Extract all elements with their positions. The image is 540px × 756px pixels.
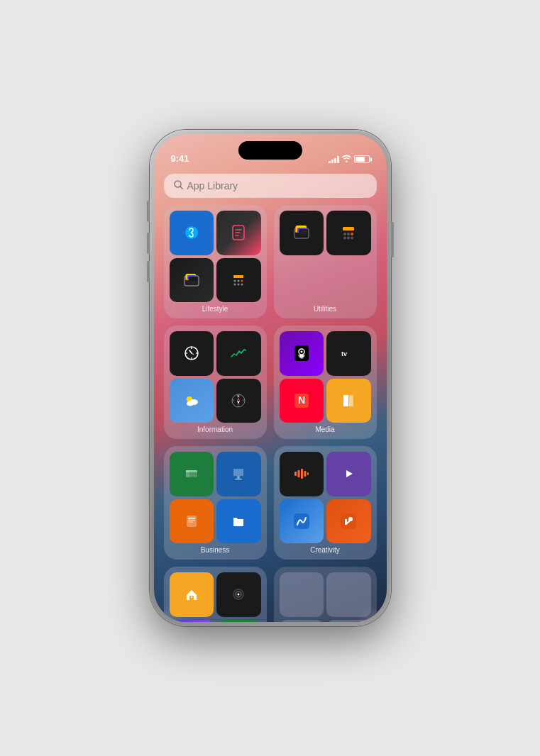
- svg-point-23: [343, 233, 346, 235]
- svg-text:S: S: [238, 404, 240, 407]
- svg-rect-73: [304, 471, 306, 477]
- app-icon-freeform[interactable]: [280, 499, 324, 544]
- svg-rect-72: [301, 469, 303, 479]
- phone-screen: 9:41: [154, 134, 387, 622]
- svg-point-15: [241, 283, 243, 285]
- app-icon-stocks[interactable]: [216, 331, 261, 376]
- status-time: 9:41: [171, 153, 189, 164]
- app-icon-calculator[interactable]: [216, 258, 261, 303]
- svg-rect-9: [233, 275, 243, 278]
- svg-rect-59: [186, 470, 189, 477]
- svg-line-1: [180, 187, 183, 189]
- svg-point-25: [351, 233, 353, 235]
- svg-rect-62: [237, 476, 240, 479]
- category-lifestyle[interactable]: Lifestyle: [164, 205, 267, 318]
- svg-rect-20: [299, 229, 308, 234]
- svg-rect-66: [188, 518, 195, 519]
- svg-rect-63: [235, 479, 242, 480]
- app-icon-numbers[interactable]: [170, 452, 214, 496]
- svg-point-11: [238, 279, 240, 282]
- wifi-icon: [342, 155, 351, 164]
- svg-point-82: [191, 596, 192, 598]
- category-information[interactable]: N E S W Information: [164, 326, 267, 439]
- svg-text:W: W: [233, 399, 236, 402]
- battery-icon: [354, 155, 370, 163]
- lifestyle-label: Lifestyle: [170, 305, 261, 313]
- svg-point-13: [234, 283, 236, 285]
- svg-rect-7: [189, 277, 197, 281]
- svg-line-35: [189, 350, 192, 353]
- app-icon-podcasts[interactable]: [280, 331, 324, 376]
- information-label: Information: [170, 426, 261, 433]
- svg-point-49: [300, 351, 302, 353]
- app-icon-weather[interactable]: [170, 379, 214, 423]
- category-utilities[interactable]: Utilities: [274, 205, 377, 318]
- hidden-placeholder-1: [280, 572, 324, 617]
- svg-point-28: [351, 237, 353, 240]
- app-icon-imovie[interactable]: [326, 452, 371, 496]
- svg-point-86: [238, 594, 240, 596]
- svg-rect-68: [188, 521, 193, 522]
- svg-text:tv: tv: [341, 350, 347, 357]
- app-icon-shortcuts[interactable]: [170, 620, 214, 623]
- business-label: Business: [170, 546, 261, 554]
- app-icon-files[interactable]: [216, 499, 261, 544]
- app-icon-news[interactable]: N: [280, 379, 324, 423]
- category-media[interactable]: tv N: [274, 326, 377, 439]
- svg-point-39: [187, 401, 194, 406]
- svg-text:N: N: [298, 394, 305, 406]
- app-icon-calculator-2[interactable]: [326, 211, 371, 255]
- category-connectivity[interactable]: Connectivity: [164, 567, 267, 622]
- search-placeholder-text: App Library: [187, 180, 238, 191]
- search-icon: [174, 179, 183, 192]
- svg-point-27: [347, 237, 350, 240]
- svg-marker-45: [237, 397, 240, 401]
- app-icon-ferrite[interactable]: [280, 452, 324, 496]
- app-icon-clock[interactable]: [170, 331, 214, 376]
- app-icon-pages[interactable]: [170, 499, 214, 544]
- category-business[interactable]: Business: [164, 446, 267, 560]
- app-icon-home[interactable]: [170, 572, 214, 617]
- app-icon-compass[interactable]: N E S W: [216, 379, 261, 423]
- category-hidden[interactable]: Hidden: [274, 567, 377, 622]
- app-icon-keynote[interactable]: [216, 452, 261, 496]
- hidden-placeholder-4: [326, 620, 371, 623]
- app-icon-journal[interactable]: [216, 211, 261, 255]
- category-creativity[interactable]: Creativity: [274, 446, 377, 560]
- signal-icon: [329, 155, 339, 163]
- app-icon-garageband[interactable]: [326, 499, 371, 544]
- svg-rect-55: [349, 395, 353, 406]
- svg-text:N: N: [238, 394, 240, 397]
- svg-point-79: [348, 517, 353, 521]
- app-grid: Lifestyle: [164, 205, 377, 622]
- svg-rect-71: [297, 470, 299, 477]
- status-icons: [329, 155, 370, 164]
- svg-rect-65: [187, 516, 197, 527]
- app-icon-books[interactable]: [326, 379, 371, 423]
- svg-point-24: [347, 233, 350, 235]
- app-icon-shazam[interactable]: [170, 211, 214, 255]
- svg-point-12: [241, 279, 243, 282]
- svg-rect-61: [233, 469, 243, 476]
- media-label: Media: [280, 426, 371, 433]
- app-library-content: App Library: [154, 168, 387, 622]
- creativity-label: Creativity: [280, 546, 371, 554]
- svg-rect-74: [307, 472, 309, 475]
- app-icon-wallet-2[interactable]: [280, 211, 324, 255]
- svg-rect-22: [343, 227, 354, 230]
- hidden-placeholder-3: [280, 620, 324, 623]
- app-icon-actioncam[interactable]: [216, 572, 261, 617]
- svg-rect-67: [188, 520, 195, 521]
- dynamic-island: [238, 141, 302, 160]
- svg-rect-54: [343, 395, 348, 406]
- app-icon-findmy[interactable]: [216, 620, 261, 623]
- svg-point-10: [234, 279, 236, 282]
- app-icon-wallet[interactable]: [170, 258, 214, 303]
- hidden-placeholder-2: [326, 572, 371, 617]
- svg-text:E: E: [243, 399, 245, 402]
- svg-point-26: [343, 237, 346, 240]
- svg-line-36: [192, 353, 194, 355]
- svg-rect-70: [294, 472, 297, 476]
- search-bar[interactable]: App Library: [164, 174, 377, 198]
- app-icon-appletv[interactable]: tv: [326, 331, 371, 376]
